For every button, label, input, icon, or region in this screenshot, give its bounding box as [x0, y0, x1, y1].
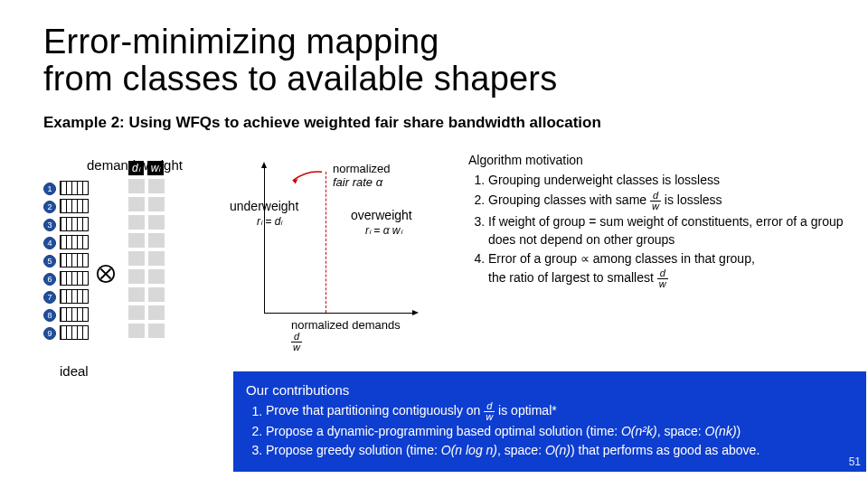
underweight-eq: rᵢ = dᵢ	[257, 215, 282, 228]
classes-column: 123456789 dᵢ wᵢ	[43, 181, 89, 343]
motivation-item: Grouping classes with same dw is lossles…	[488, 191, 857, 211]
contributions-panel: Our contributions Prove that partitionin…	[233, 371, 866, 472]
shaper-box	[60, 199, 89, 213]
dw-cell	[128, 269, 145, 284]
contributions-title: Our contributions	[246, 380, 854, 400]
overweight-eq: rᵢ = α wᵢ	[365, 224, 402, 237]
dw-cell	[128, 287, 145, 302]
class-circle: 1	[43, 183, 56, 195]
ideal-label: ideal	[60, 363, 89, 379]
dw-head-d: dᵢ	[128, 161, 144, 175]
dw-head-w: wᵢ	[147, 161, 165, 175]
page-number: 51	[849, 455, 861, 470]
class-circle: 3	[43, 219, 56, 231]
dw-cell	[148, 179, 165, 193]
class-circle: 6	[43, 273, 56, 286]
slide-subtitle: Example 2: Using WFQs to achieve weighte…	[43, 114, 825, 132]
fair-rate-graph: normalized fair rate α underweight rᵢ = …	[206, 166, 414, 333]
shaper-box	[60, 181, 89, 195]
class-circle: 5	[43, 255, 56, 267]
class-circle: 9	[43, 327, 56, 340]
dw-table: dᵢ wᵢ	[128, 161, 165, 338]
algorithm-motivation: Algorithm motivation Grouping underweigh…	[468, 152, 857, 291]
class-circle: 2	[43, 201, 56, 213]
dw-cell	[148, 287, 165, 302]
dw-cell	[148, 197, 165, 211]
motivation-item: If weight of group = sum weight of const…	[488, 213, 857, 249]
dw-cell	[148, 269, 165, 284]
dw-cell	[148, 251, 165, 266]
dw-cell	[128, 251, 145, 266]
dw-cell	[128, 197, 145, 211]
shaper-box	[60, 325, 89, 340]
shaper-box	[60, 235, 89, 249]
normalized-fair-rate-label: normalized fair rate α	[333, 163, 391, 190]
dw-cell	[128, 233, 145, 248]
motivation-item: Grouping underweight classes is lossless	[488, 172, 857, 190]
shaper-box	[60, 289, 89, 304]
class-circle: 4	[43, 237, 56, 249]
dw-cell	[148, 233, 165, 248]
dw-cell	[148, 305, 165, 320]
shaper-box	[60, 253, 89, 267]
dw-cell	[128, 324, 145, 338]
motivation-item: Error of a group ∝ among classes in that…	[488, 250, 857, 289]
contribution-item: Propose greedy solution (time: O(n log n…	[266, 441, 854, 459]
shaper-box	[60, 307, 89, 322]
shaper-box	[60, 217, 89, 231]
delete-icon	[96, 264, 116, 284]
class-circle: 8	[43, 309, 56, 322]
contribution-item: Prove that partitioning contiguously on …	[266, 401, 854, 422]
underweight-label: underweight	[230, 199, 298, 213]
dw-cell	[148, 324, 165, 338]
shaper-box	[60, 271, 89, 286]
dw-cell	[128, 305, 145, 320]
dw-cell	[128, 179, 145, 193]
normalized-demands-label: normalized demands dw	[291, 318, 414, 352]
arrow-icon	[289, 170, 324, 184]
class-circle: 7	[43, 291, 56, 304]
dw-cell	[148, 215, 165, 230]
overweight-label: overweight	[351, 208, 412, 222]
motivation-title: Algorithm motivation	[468, 152, 857, 170]
slide-title: Error-minimizing mapping from classes to…	[43, 23, 825, 98]
title-line2: from classes to available shapers	[43, 60, 557, 98]
dw-cell	[128, 215, 145, 230]
contribution-item: Propose a dynamic-programming based opti…	[266, 422, 854, 440]
title-line1: Error-minimizing mapping	[43, 23, 439, 61]
